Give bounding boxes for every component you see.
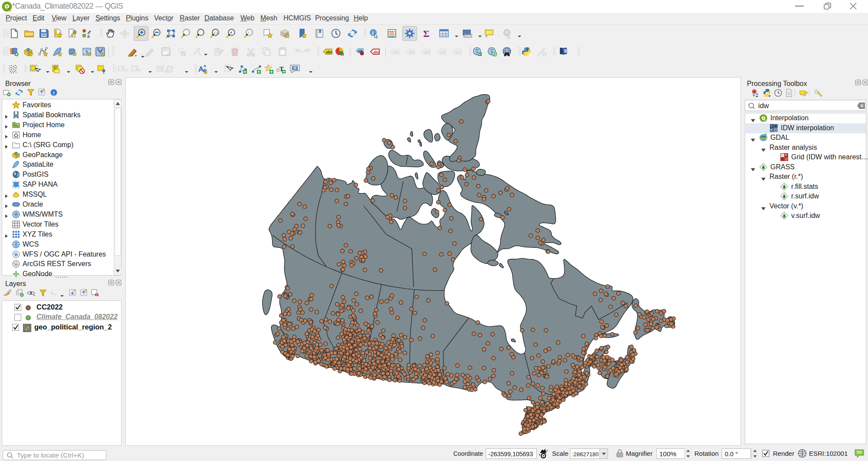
svg-text:abc: abc	[373, 50, 380, 54]
svg-text:1:1: 1:1	[214, 31, 218, 34]
svg-text:i: i	[53, 90, 54, 95]
svg-text:ε: ε	[51, 290, 53, 296]
svg-text:abc: abc	[326, 50, 332, 54]
svg-text:abc: abc	[440, 50, 446, 54]
svg-text:GDAL: GDAL	[760, 137, 768, 140]
svg-text:a: a	[87, 34, 90, 39]
svg-text:abc: abc	[393, 50, 400, 54]
svg-text:T: T	[294, 66, 296, 70]
svg-text:abc: abc	[455, 50, 462, 54]
svg-text:A: A	[198, 65, 204, 73]
svg-text:abc: abc	[424, 50, 431, 54]
svg-text:?: ?	[565, 49, 567, 53]
svg-text:Σ: Σ	[423, 28, 429, 39]
svg-text:abc: abc	[408, 50, 415, 54]
